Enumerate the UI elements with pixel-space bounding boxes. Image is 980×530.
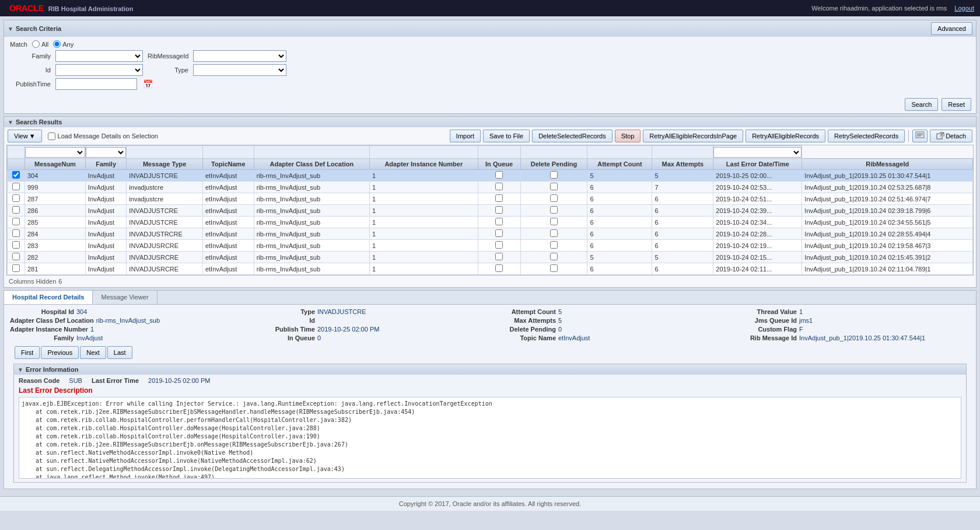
row-checkbox-cell[interactable]: [8, 228, 25, 240]
row-checkbox[interactable]: [12, 218, 20, 225]
cell-inqueue[interactable]: [478, 170, 520, 182]
match-all-label[interactable]: All: [32, 40, 48, 48]
search-criteria-header[interactable]: ▼ Search Criteria Advanced: [4, 20, 976, 37]
reset-button[interactable]: Reset: [942, 98, 971, 111]
row-checkbox[interactable]: [12, 171, 20, 179]
delete-selected-button[interactable]: DeleteSelectedRecords: [532, 130, 612, 142]
delpending-checkbox[interactable]: [550, 171, 558, 179]
row-checkbox-cell[interactable]: [8, 170, 25, 182]
cell-delpending[interactable]: [520, 170, 587, 182]
cell-delpending[interactable]: [520, 263, 587, 275]
cell-inqueue[interactable]: [478, 228, 520, 240]
delpending-checkbox[interactable]: [550, 194, 558, 202]
match-any-label[interactable]: Any: [53, 40, 74, 48]
cell-inqueue[interactable]: [478, 193, 520, 205]
cell-inqueue[interactable]: [478, 252, 520, 263]
row-checkbox-cell[interactable]: [8, 205, 25, 217]
save-to-file-button[interactable]: Save to File: [483, 130, 530, 142]
logout-link[interactable]: Logout: [954, 5, 974, 12]
row-checkbox[interactable]: [12, 206, 20, 214]
row-checkbox-cell[interactable]: [8, 252, 25, 263]
type-select[interactable]: [193, 64, 286, 76]
export-icon-btn[interactable]: [912, 130, 928, 142]
calendar-icon[interactable]: 📅: [143, 79, 153, 89]
cell-inqueue[interactable]: [478, 205, 520, 217]
cell-inqueue[interactable]: [478, 182, 520, 193]
search-button[interactable]: Search: [905, 98, 938, 111]
retry-all-page-button[interactable]: RetryAllEligibleRecordsInPage: [643, 130, 743, 142]
table-row[interactable]: 284 InvAdjust INVADJUSTRCRE etInvAdjust …: [8, 228, 973, 240]
inqueue-checkbox[interactable]: [495, 194, 503, 202]
tab-hospital-record[interactable]: Hospital Record Details: [4, 291, 93, 304]
cell-inqueue[interactable]: [478, 240, 520, 252]
search-results-header[interactable]: ▼ Search Results: [4, 117, 976, 127]
delpending-checkbox[interactable]: [550, 241, 558, 249]
match-all-radio[interactable]: [32, 40, 40, 48]
error-text-area[interactable]: [19, 397, 961, 479]
inqueue-checkbox[interactable]: [495, 241, 503, 249]
delpending-checkbox[interactable]: [550, 264, 558, 272]
table-row[interactable]: 304 InvAdjust INVADJUSTCRE etInvAdjust r…: [8, 170, 973, 182]
detach-button[interactable]: Detach: [930, 130, 972, 142]
inqueue-checkbox[interactable]: [495, 171, 503, 179]
table-row[interactable]: 281 InvAdjust INVADJUSRCRE etInvAdjust r…: [8, 263, 973, 275]
row-checkbox[interactable]: [12, 264, 20, 272]
cell-delpending[interactable]: [520, 228, 587, 240]
row-checkbox-cell[interactable]: [8, 263, 25, 275]
cell-delpending[interactable]: [520, 240, 587, 252]
msgtype-filter[interactable]: [86, 147, 127, 158]
row-checkbox[interactable]: [12, 229, 20, 237]
advanced-button[interactable]: Advanced: [931, 22, 972, 35]
cell-delpending[interactable]: [520, 252, 587, 263]
prev-button[interactable]: Previous: [41, 346, 79, 359]
inqueue-checkbox[interactable]: [495, 218, 503, 225]
stop-button[interactable]: Stop: [615, 130, 641, 142]
tab-message-viewer[interactable]: Message Viewer: [93, 291, 157, 304]
row-checkbox-cell[interactable]: [8, 182, 25, 193]
row-checkbox-cell[interactable]: [8, 193, 25, 205]
view-button[interactable]: View ▼: [8, 130, 42, 142]
id-select[interactable]: [55, 64, 143, 76]
delpending-checkbox[interactable]: [550, 253, 558, 260]
inqueue-checkbox[interactable]: [495, 206, 503, 214]
rib-message-id-select[interactable]: [193, 50, 286, 62]
table-row[interactable]: 999 InvAdjust invadjustcre etInvAdjust r…: [8, 182, 973, 193]
delpending-checkbox[interactable]: [550, 229, 558, 237]
table-row[interactable]: 283 InvAdjust INVADJUSRCRE etInvAdjust r…: [8, 240, 973, 252]
inqueue-checkbox[interactable]: [495, 253, 503, 260]
inqueue-checkbox[interactable]: [495, 264, 503, 272]
retry-selected-button[interactable]: RetrySelectedRecords: [828, 130, 905, 142]
family-select[interactable]: [55, 50, 143, 62]
inqueue-checkbox[interactable]: [495, 229, 503, 237]
match-any-radio[interactable]: [53, 40, 61, 48]
inqueue-checkbox[interactable]: [495, 183, 503, 190]
table-row[interactable]: 282 InvAdjust INVADJUSRCRE etInvAdjust r…: [8, 252, 973, 263]
row-checkbox[interactable]: [12, 253, 20, 260]
retry-all-button[interactable]: RetryAllEligibleRecords: [746, 130, 825, 142]
family-filter[interactable]: [25, 147, 85, 158]
delpending-checkbox[interactable]: [550, 206, 558, 214]
next-button[interactable]: Next: [80, 346, 106, 359]
row-checkbox[interactable]: [12, 194, 20, 202]
row-checkbox[interactable]: [12, 183, 20, 190]
delpending-checkbox[interactable]: [550, 183, 558, 190]
cell-delpending[interactable]: [520, 193, 587, 205]
row-checkbox-cell[interactable]: [8, 217, 25, 228]
row-checkbox-cell[interactable]: [8, 240, 25, 252]
table-row[interactable]: 285 InvAdjust INVADJUSTCRE etInvAdjust r…: [8, 217, 973, 228]
cell-delpending[interactable]: [520, 217, 587, 228]
cell-delpending[interactable]: [520, 205, 587, 217]
ribmsg-filter[interactable]: [713, 147, 802, 158]
error-panel-header[interactable]: ▼ Error Information: [14, 364, 966, 375]
table-row[interactable]: 287 InvAdjust invadjustcre etInvAdjust r…: [8, 193, 973, 205]
row-checkbox[interactable]: [12, 241, 20, 249]
cell-inqueue[interactable]: [478, 217, 520, 228]
delpending-checkbox[interactable]: [550, 218, 558, 225]
load-message-label[interactable]: Load Message Details on Selection: [48, 132, 158, 140]
table-row[interactable]: 286 InvAdjust INVADJUSTCRE etInvAdjust r…: [8, 205, 973, 217]
import-button[interactable]: Import: [450, 130, 481, 142]
cell-inqueue[interactable]: [478, 263, 520, 275]
publish-time-input[interactable]: [55, 78, 137, 90]
first-button[interactable]: First: [15, 346, 40, 359]
last-button[interactable]: Last: [107, 346, 132, 359]
